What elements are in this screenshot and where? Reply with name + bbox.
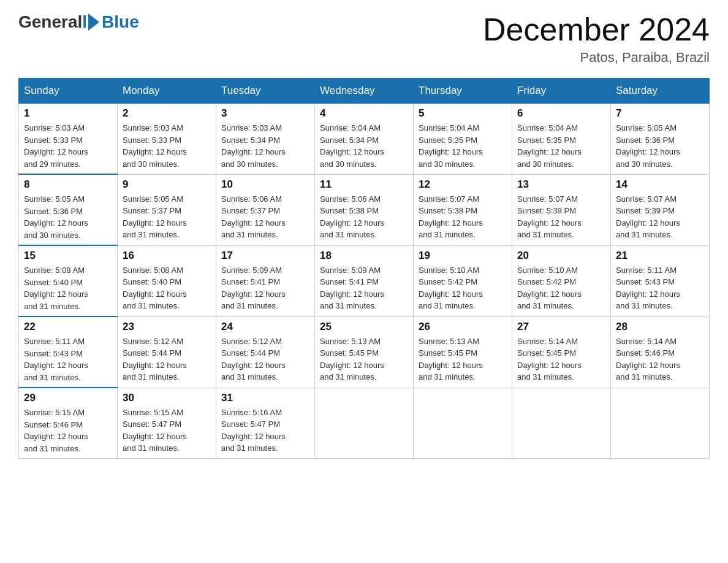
day-info: Sunrise: 5:16 AMSunset: 5:47 PMDaylight:… [221,407,309,454]
day-number: 20 [517,250,605,262]
calendar-cell: 23Sunrise: 5:12 AMSunset: 5:44 PMDayligh… [118,316,216,388]
day-number: 15 [24,250,112,262]
calendar-cell: 17Sunrise: 5:09 AMSunset: 5:41 PMDayligh… [216,245,315,316]
day-info: Sunrise: 5:07 AMSunset: 5:39 PMDaylight:… [616,193,704,241]
day-number: 9 [123,178,211,191]
day-info: Sunrise: 5:03 AMSunset: 5:33 PMDaylight:… [123,122,211,170]
calendar-cell [512,388,611,459]
calendar-cell: 24Sunrise: 5:12 AMSunset: 5:44 PMDayligh… [216,316,315,388]
day-number: 17 [221,250,309,262]
day-number: 19 [419,250,507,262]
logo-general-text: General [18,12,82,32]
calendar-cell: 31Sunrise: 5:16 AMSunset: 5:47 PMDayligh… [216,388,315,459]
day-number: 14 [616,178,704,191]
day-number: 6 [517,107,605,120]
day-number: 30 [123,392,211,404]
day-number: 1 [24,107,112,120]
calendar-cell: 11Sunrise: 5:06 AMSunset: 5:38 PMDayligh… [315,174,414,245]
day-number: 4 [320,107,408,120]
column-header-saturday: Saturday [611,79,710,104]
day-number: 7 [616,107,704,120]
logo-b-letter: l [82,12,87,32]
calendar-cell: 8Sunrise: 5:05 AMSunset: 5:36 PMDaylight… [19,174,118,245]
logo-blue-section: l Blue [82,12,138,32]
day-number: 3 [221,107,309,120]
day-info: Sunrise: 5:05 AMSunset: 5:37 PMDaylight:… [123,193,211,241]
calendar-cell: 6Sunrise: 5:04 AMSunset: 5:35 PMDaylight… [512,104,611,175]
calendar-cell: 9Sunrise: 5:05 AMSunset: 5:37 PMDaylight… [118,174,216,245]
day-info: Sunrise: 5:03 AMSunset: 5:34 PMDaylight:… [221,122,309,170]
day-info: Sunrise: 5:10 AMSunset: 5:42 PMDaylight:… [517,264,605,312]
calendar-cell: 20Sunrise: 5:10 AMSunset: 5:42 PMDayligh… [512,245,611,316]
page-header: General l Blue December 2024 Patos, Para… [18,12,710,66]
calendar-cell [315,388,414,459]
calendar-cell: 22Sunrise: 5:11 AMSunset: 5:43 PMDayligh… [19,316,118,388]
calendar-cell: 10Sunrise: 5:06 AMSunset: 5:37 PMDayligh… [216,174,315,245]
calendar-cell: 2Sunrise: 5:03 AMSunset: 5:33 PMDaylight… [118,104,216,175]
calendar-cell: 5Sunrise: 5:04 AMSunset: 5:35 PMDaylight… [414,104,512,175]
day-number: 31 [221,392,309,404]
day-number: 13 [517,178,605,191]
day-info: Sunrise: 5:06 AMSunset: 5:37 PMDaylight:… [221,193,309,241]
calendar-cell: 30Sunrise: 5:15 AMSunset: 5:47 PMDayligh… [118,388,216,459]
day-info: Sunrise: 5:04 AMSunset: 5:35 PMDaylight:… [517,122,605,170]
day-info: Sunrise: 5:13 AMSunset: 5:45 PMDaylight:… [320,335,408,383]
day-info: Sunrise: 5:05 AMSunset: 5:36 PMDaylight:… [616,122,704,170]
calendar-cell [414,388,512,459]
location-title: Patos, Paraiba, Brazil [483,50,710,66]
calendar-cell: 28Sunrise: 5:14 AMSunset: 5:46 PMDayligh… [611,316,710,388]
calendar-cell: 19Sunrise: 5:10 AMSunset: 5:42 PMDayligh… [414,245,512,316]
day-number: 24 [221,321,309,333]
day-info: Sunrise: 5:15 AMSunset: 5:46 PMDaylight:… [24,407,112,454]
calendar-cell: 27Sunrise: 5:14 AMSunset: 5:45 PMDayligh… [512,316,611,388]
calendar-cell: 1Sunrise: 5:03 AMSunset: 5:33 PMDaylight… [19,104,118,175]
calendar-cell: 13Sunrise: 5:07 AMSunset: 5:39 PMDayligh… [512,174,611,245]
calendar-cell: 16Sunrise: 5:08 AMSunset: 5:40 PMDayligh… [118,245,216,316]
calendar-cell: 3Sunrise: 5:03 AMSunset: 5:34 PMDaylight… [216,104,315,175]
day-info: Sunrise: 5:03 AMSunset: 5:33 PMDaylight:… [24,122,112,170]
calendar-cell: 7Sunrise: 5:05 AMSunset: 5:36 PMDaylight… [611,104,710,175]
calendar-cell: 21Sunrise: 5:11 AMSunset: 5:43 PMDayligh… [611,245,710,316]
column-header-sunday: Sunday [19,79,118,104]
day-info: Sunrise: 5:12 AMSunset: 5:44 PMDaylight:… [123,335,211,383]
column-header-thursday: Thursday [414,79,512,104]
day-number: 21 [616,250,704,262]
day-number: 16 [123,250,211,262]
column-header-tuesday: Tuesday [216,79,315,104]
day-number: 5 [419,107,507,120]
day-info: Sunrise: 5:08 AMSunset: 5:40 PMDaylight:… [123,264,211,312]
day-info: Sunrise: 5:14 AMSunset: 5:45 PMDaylight:… [517,335,605,383]
day-info: Sunrise: 5:07 AMSunset: 5:38 PMDaylight:… [419,193,507,241]
day-info: Sunrise: 5:07 AMSunset: 5:39 PMDaylight:… [517,193,605,241]
day-number: 27 [517,321,605,333]
logo: General l Blue [18,12,139,32]
column-header-monday: Monday [118,79,216,104]
day-info: Sunrise: 5:11 AMSunset: 5:43 PMDaylight:… [24,335,112,383]
calendar-cell: 4Sunrise: 5:04 AMSunset: 5:34 PMDaylight… [315,104,414,175]
title-section: December 2024 Patos, Paraiba, Brazil [483,12,710,66]
day-info: Sunrise: 5:14 AMSunset: 5:46 PMDaylight:… [616,335,704,383]
day-number: 28 [616,321,704,333]
day-number: 22 [24,321,112,333]
day-number: 2 [123,107,211,120]
day-number: 10 [221,178,309,191]
calendar-cell: 14Sunrise: 5:07 AMSunset: 5:39 PMDayligh… [611,174,710,245]
day-info: Sunrise: 5:04 AMSunset: 5:35 PMDaylight:… [419,122,507,170]
day-number: 23 [123,321,211,333]
day-number: 12 [419,178,507,191]
day-info: Sunrise: 5:13 AMSunset: 5:45 PMDaylight:… [419,335,507,383]
calendar-cell: 29Sunrise: 5:15 AMSunset: 5:46 PMDayligh… [19,388,118,459]
day-number: 29 [24,392,112,404]
column-header-wednesday: Wednesday [315,79,414,104]
calendar-cell: 15Sunrise: 5:08 AMSunset: 5:40 PMDayligh… [19,245,118,316]
day-info: Sunrise: 5:04 AMSunset: 5:34 PMDaylight:… [320,122,408,170]
day-info: Sunrise: 5:05 AMSunset: 5:36 PMDaylight:… [24,193,112,241]
month-title: December 2024 [483,12,710,47]
day-number: 18 [320,250,408,262]
calendar-cell: 25Sunrise: 5:13 AMSunset: 5:45 PMDayligh… [315,316,414,388]
logo-blue-text: Blue [102,12,139,32]
day-info: Sunrise: 5:06 AMSunset: 5:38 PMDaylight:… [320,193,408,241]
day-info: Sunrise: 5:15 AMSunset: 5:47 PMDaylight:… [123,407,211,454]
day-number: 25 [320,321,408,333]
calendar-cell: 12Sunrise: 5:07 AMSunset: 5:38 PMDayligh… [414,174,512,245]
